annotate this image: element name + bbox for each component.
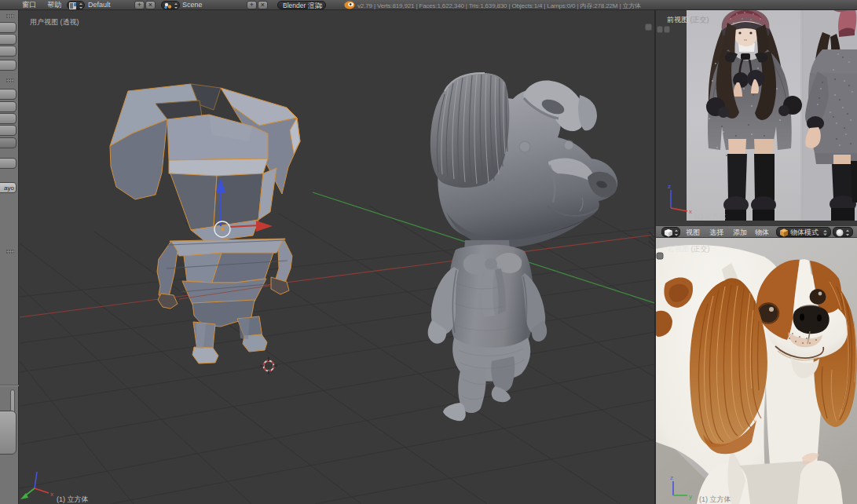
svg-text:z: z	[668, 183, 671, 190]
svg-text:z: z	[670, 474, 673, 481]
svg-text:x: x	[689, 208, 692, 215]
svg-text:x: x	[50, 491, 53, 498]
svg-text:y: y	[689, 493, 692, 500]
